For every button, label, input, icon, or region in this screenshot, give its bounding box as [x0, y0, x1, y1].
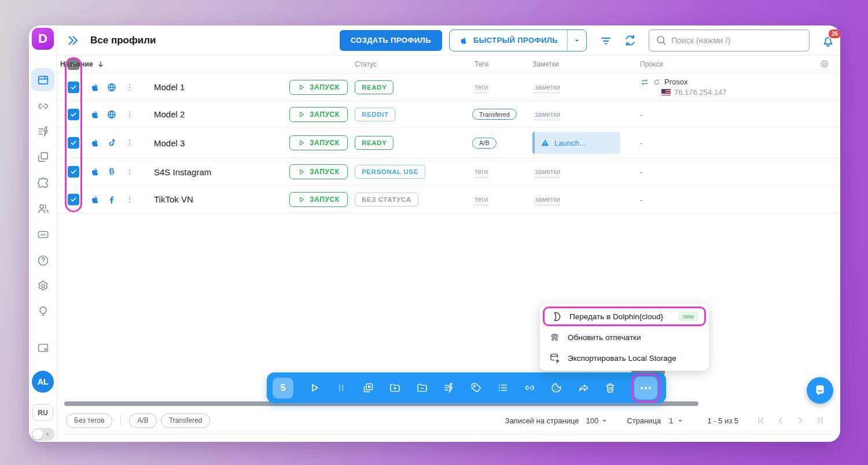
- dolphin-logo[interactable]: D: [32, 28, 54, 50]
- tag-pill[interactable]: Transfered: [472, 109, 517, 120]
- row-checkbox[interactable]: [68, 82, 79, 93]
- tags-placeholder[interactable]: теги: [475, 195, 488, 205]
- chat-button[interactable]: [807, 377, 833, 404]
- toolbar-folder-plus-button[interactable]: [389, 382, 401, 394]
- more-button-highlight: [631, 374, 660, 403]
- table-row[interactable]: TikTok VNЗАПУСКБЕЗ СТАТУСАтегизаметки-: [57, 186, 840, 213]
- proxy-info[interactable]: Prosox76.176.254.147: [640, 77, 815, 97]
- table-row[interactable]: S4S InstagramЗАПУСКPERSONAL USEтегизамет…: [57, 158, 840, 186]
- sidebar-item-users[interactable]: [36, 201, 50, 215]
- launch-button[interactable]: ЗАПУСК: [289, 192, 348, 207]
- table-settings-icon[interactable]: [819, 59, 830, 69]
- toolbar-link-button[interactable]: [524, 382, 536, 394]
- table-row[interactable]: Model 3ЗАПУСКREADYA/BLaunch…-: [57, 128, 840, 158]
- toolbar-play-button[interactable]: [308, 382, 321, 394]
- menu-item[interactable]: Передать в Dolphin{cloud}new: [543, 307, 706, 326]
- play-icon: [297, 83, 306, 91]
- notes-placeholder[interactable]: заметки: [535, 195, 560, 205]
- sidebar-item-puzzle[interactable]: [36, 176, 50, 190]
- tags-placeholder[interactable]: теги: [475, 83, 488, 93]
- row-checkbox[interactable]: [68, 109, 79, 120]
- tag-chip[interactable]: A/B: [129, 414, 156, 428]
- search-input[interactable]: [649, 29, 810, 51]
- proxy-ip: 76.176.254.147: [674, 87, 726, 98]
- launch-button[interactable]: ЗАПУСК: [289, 107, 348, 122]
- tag-pill[interactable]: A/B: [472, 138, 496, 149]
- menu-item[interactable]: Экспортировать Local Storage: [540, 348, 709, 368]
- toolbar-cookie-button[interactable]: [550, 382, 562, 394]
- last-page-icon[interactable]: [815, 415, 825, 426]
- sidebar-item-help[interactable]: [36, 253, 50, 267]
- column-name[interactable]: Название: [60, 60, 93, 68]
- sidebar-item-link[interactable]: [36, 99, 50, 113]
- launch-button[interactable]: ЗАПУСК: [289, 164, 348, 179]
- theme-toggle[interactable]: ☀: [31, 428, 55, 441]
- notifications-button[interactable]: 26: [821, 33, 836, 48]
- avatar[interactable]: AL: [32, 371, 54, 393]
- notes-placeholder[interactable]: заметки: [535, 83, 560, 93]
- sidebar-item-tabs[interactable]: [36, 150, 50, 164]
- row-menu-button[interactable]: [125, 83, 134, 92]
- row-menu-button[interactable]: [125, 110, 134, 119]
- row-menu-button[interactable]: [125, 195, 134, 204]
- toolbar-tag-button[interactable]: [470, 382, 482, 394]
- page-value[interactable]: 1: [669, 416, 673, 425]
- row-menu-button[interactable]: [125, 167, 134, 176]
- toolbar-bulk-edit-button[interactable]: [443, 382, 455, 394]
- toolbar-trash-button[interactable]: [604, 382, 616, 394]
- status-cell: REDDIT: [355, 108, 472, 121]
- next-page-icon[interactable]: [795, 415, 806, 426]
- proxy-line1: Prosox: [640, 77, 815, 87]
- search-box: [649, 29, 810, 51]
- row-checkbox[interactable]: [68, 194, 79, 205]
- toolbar-duplicate-button[interactable]: [362, 382, 374, 394]
- dolphin-icon: [550, 311, 562, 323]
- check-icon: [69, 110, 78, 119]
- toolbar-pause-button[interactable]: [335, 382, 347, 394]
- tag-chip[interactable]: Transfered: [161, 414, 211, 428]
- menu-item[interactable]: Обновить отпечатки: [540, 327, 709, 348]
- quick-profile-button[interactable]: БЫСТРЫЙ ПРОФИЛЬ: [449, 29, 587, 51]
- toolbar-share-button[interactable]: [578, 382, 590, 394]
- note-warning[interactable]: Launch…: [532, 132, 620, 154]
- per-page-value[interactable]: 100: [586, 416, 598, 425]
- page-caret-icon[interactable]: [675, 416, 685, 426]
- table-row[interactable]: Model 1ЗАПУСКREADYтегизаметкиProsox76.17…: [57, 73, 840, 101]
- sidebar-item-wallet[interactable]: [36, 341, 50, 355]
- apple-icon: [90, 82, 100, 93]
- quick-profile-dropdown[interactable]: [567, 30, 586, 51]
- row-checkbox[interactable]: [68, 166, 79, 178]
- sort-down-icon[interactable]: [96, 60, 105, 69]
- notes-placeholder[interactable]: заметки: [535, 168, 560, 178]
- status-badge[interactable]: REDDIT: [355, 108, 395, 121]
- toolbar-list-button[interactable]: [496, 382, 509, 394]
- per-page-caret-icon[interactable]: [599, 416, 609, 426]
- tags-placeholder[interactable]: теги: [475, 168, 488, 178]
- table-row[interactable]: Model 2ЗАПУСКREDDITTransferedзаметки-: [57, 101, 840, 128]
- first-page-icon[interactable]: [756, 415, 766, 426]
- sidebar-item-profiles[interactable]: [31, 68, 54, 91]
- launch-button[interactable]: ЗАПУСК: [289, 80, 348, 95]
- more-actions-button[interactable]: [634, 377, 657, 400]
- sidebar-item-gear[interactable]: [36, 279, 50, 293]
- check-icon: [69, 195, 78, 204]
- filter-icon[interactable]: [599, 34, 613, 47]
- row-checkbox[interactable]: [68, 137, 79, 149]
- toolbar-folder-minus-button[interactable]: [416, 382, 428, 394]
- refresh-icon[interactable]: [623, 34, 637, 47]
- row-menu-button[interactable]: [125, 138, 134, 147]
- tag-chip[interactable]: Без тегов: [66, 414, 112, 428]
- status-badge[interactable]: READY: [355, 80, 393, 94]
- status-badge[interactable]: БЕЗ СТАТУСА: [355, 193, 418, 206]
- prev-page-icon[interactable]: [775, 415, 786, 426]
- sidebar-item-automation[interactable]: [36, 124, 50, 138]
- notes-placeholder[interactable]: заметки: [535, 110, 560, 120]
- create-profile-button[interactable]: СОЗДАТЬ ПРОФИЛЬ: [340, 30, 442, 51]
- collapse-sidebar-icon[interactable]: [66, 34, 80, 47]
- sidebar-item-api[interactable]: API: [36, 227, 50, 241]
- status-badge[interactable]: READY: [355, 136, 393, 150]
- language-button[interactable]: RU: [32, 404, 53, 421]
- sidebar-item-bulb[interactable]: [36, 304, 50, 318]
- launch-button[interactable]: ЗАПУСК: [289, 135, 348, 150]
- status-badge[interactable]: PERSONAL USE: [355, 165, 425, 179]
